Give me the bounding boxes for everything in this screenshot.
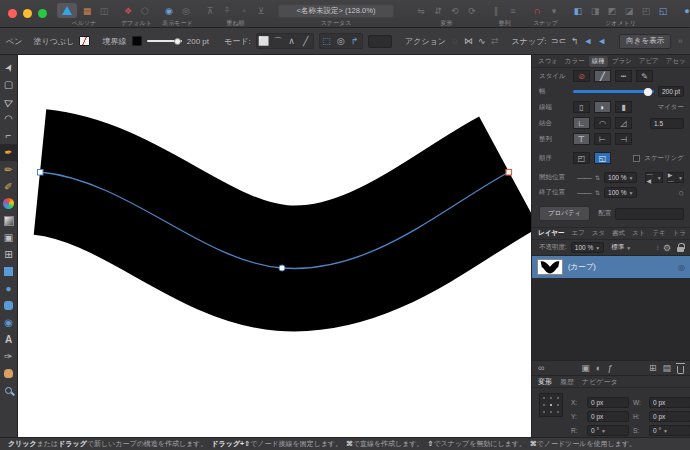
start-arrowhead-select[interactable]: —◀▼ <box>645 172 662 183</box>
tab-transform-panel[interactable]: 変形 <box>538 377 552 387</box>
export-persona-icon[interactable]: ◫ <box>97 4 111 17</box>
view-tool[interactable] <box>0 365 18 382</box>
layer-options-icon[interactable]: ⁝ <box>657 244 659 252</box>
miter-value-field[interactable]: 1.5 <box>650 118 684 129</box>
minimize-window-button[interactable] <box>23 9 32 18</box>
width-slider[interactable] <box>573 90 654 93</box>
tab-appearance[interactable]: アピア <box>636 56 662 67</box>
pen-mode-icon[interactable]: ⬜ <box>257 34 271 48</box>
place-image-tool[interactable]: ▣ <box>0 229 18 246</box>
lock-icon[interactable] <box>677 243 684 252</box>
pen-tool[interactable]: ✒ <box>0 144 18 161</box>
smooth-curve-icon[interactable]: ⋈ <box>464 34 473 48</box>
stroke-width-slider[interactable] <box>147 40 182 42</box>
fill-swatch[interactable] <box>79 36 89 46</box>
start-stepper[interactable]: ⇅ <box>595 174 600 181</box>
send-to-back-icon[interactable]: ⊻ <box>254 4 268 17</box>
shape-tool[interactable]: ◉ <box>0 314 18 331</box>
tab-transform[interactable]: トラ <box>670 228 689 239</box>
pencil-tool[interactable]: ✏ <box>0 161 18 178</box>
move-forward-icon[interactable]: ⍏ <box>220 4 234 17</box>
link-layers-icon[interactable]: ∞ <box>538 363 544 373</box>
start-size-field[interactable]: 100 %▼ <box>604 172 637 183</box>
close-curve-icon[interactable]: ◌ <box>451 34 459 48</box>
delete-layer-icon[interactable] <box>677 366 684 374</box>
cap-square-button[interactable]: ▮ <box>615 101 632 113</box>
y-field[interactable]: 0 px <box>587 411 629 422</box>
layer-row-selected[interactable]: (カーブ) ◎ <box>532 256 690 278</box>
snapping-magnet-icon[interactable]: ∩ <box>530 4 544 17</box>
layer-effects-icon[interactable]: ƒ <box>607 363 612 373</box>
insert-inside-icon[interactable]: ● <box>680 4 690 17</box>
close-window-button[interactable] <box>8 9 17 18</box>
artboard-tool[interactable]: ▢ <box>0 76 18 93</box>
tab-color[interactable]: カラー <box>562 56 588 67</box>
curve-node-middle[interactable] <box>279 265 285 271</box>
anchor-point-selector[interactable] <box>539 393 563 417</box>
end-stepper[interactable]: ⇅ <box>595 189 600 196</box>
curve-node-right-selected[interactable] <box>506 170 512 176</box>
style-none-button[interactable]: ⊘ <box>573 70 590 82</box>
rectangle-tool[interactable] <box>0 263 18 280</box>
tab-typography[interactable]: 書式 <box>609 228 628 239</box>
smart-handle-icon[interactable]: ◄ <box>597 34 606 48</box>
rubber-band-icon[interactable]: ⬚ <box>320 34 334 48</box>
tab-history-panel[interactable]: 履歴 <box>560 377 574 387</box>
ellipse-tool[interactable]: ● <box>0 280 18 297</box>
flip-vertical-icon[interactable]: ⇵ <box>431 4 445 17</box>
boolean-xor-icon[interactable]: ◪ <box>622 4 636 17</box>
new-layer-icon[interactable]: ⊞ <box>649 363 657 373</box>
align-inside-button[interactable]: ⊢ <box>594 133 611 145</box>
new-group-icon[interactable]: ▤ <box>663 363 672 373</box>
vector-view-icon[interactable]: ◉ <box>162 4 176 17</box>
designer-persona-icon[interactable] <box>57 3 77 18</box>
shear-field[interactable]: 0 °▼ <box>649 425 690 436</box>
join-bevel-button[interactable]: ◿ <box>615 117 632 129</box>
tab-stock[interactable]: スト <box>629 228 648 239</box>
color-picker-tool[interactable]: ✑ <box>0 348 18 365</box>
flip-horizontal-icon[interactable]: ⇋ <box>414 4 428 17</box>
smart-mode-icon[interactable]: ⌒ <box>271 34 285 48</box>
order-behind-button[interactable]: ◰ <box>573 152 590 164</box>
contour-tool[interactable]: ◠ <box>0 110 18 127</box>
bring-to-front-icon[interactable]: ⊼ <box>203 4 217 17</box>
text-tool[interactable]: A <box>0 331 18 348</box>
join-miter-button[interactable]: ∟ <box>573 117 590 129</box>
blend-mode-select[interactable]: 標準▼ <box>608 242 634 253</box>
transparency-tool[interactable] <box>0 212 18 229</box>
move-backward-icon[interactable]: ⍖ <box>237 4 251 17</box>
corner-tool[interactable]: ⌐ <box>0 127 18 144</box>
boolean-intersect-icon[interactable]: ◩ <box>605 4 619 17</box>
mask-layer-icon[interactable]: ▣ <box>581 363 590 373</box>
tab-brushes[interactable]: ブラシ <box>609 56 635 67</box>
preserve-selection-icon[interactable]: ↱ <box>348 34 362 48</box>
join-curves-icon[interactable]: ∿ <box>478 34 486 48</box>
cap-butt-button[interactable]: ▯ <box>573 101 590 113</box>
properties-button[interactable]: プロパティ <box>539 206 590 221</box>
cap-round-button[interactable]: ◗ <box>594 101 611 113</box>
reverse-curve-icon[interactable]: ⇄ <box>491 34 499 48</box>
curve-node-left[interactable] <box>38 170 44 176</box>
tab-styles[interactable]: スタ <box>589 228 608 239</box>
x-field[interactable]: 0 px <box>587 397 629 408</box>
rounded-rectangle-tool[interactable] <box>0 297 18 314</box>
polygon-mode-icon[interactable]: ∧ <box>285 34 299 48</box>
scale-with-object-checkbox[interactable] <box>633 155 640 162</box>
pixel-view-icon[interactable]: ◎ <box>179 4 193 17</box>
tab-navigator-panel[interactable]: ナビゲータ <box>582 377 618 387</box>
tab-stroke[interactable]: 線種 <box>589 56 608 67</box>
width-value-field[interactable]: 200 pt <box>658 86 684 97</box>
placement-field[interactable] <box>615 208 684 220</box>
boolean-subtract-icon[interactable]: ◨ <box>588 4 602 17</box>
h-field[interactable]: 0 px <box>649 411 690 422</box>
tab-text[interactable]: テキ <box>649 228 668 239</box>
profile-icon[interactable]: ❖ <box>121 4 135 17</box>
add-new-curve-icon[interactable]: ◎ <box>334 34 348 48</box>
align-outside-button[interactable]: ⊣ <box>615 133 632 145</box>
adjustment-layer-icon[interactable]: ◐ <box>596 363 601 373</box>
ribbon-stroke-shape[interactable] <box>40 172 509 269</box>
rotate-cw-icon[interactable]: ⟳ <box>465 4 479 17</box>
style-brush-button[interactable]: ✎ <box>636 70 653 82</box>
w-field[interactable]: 0 px <box>649 397 690 408</box>
gear-icon[interactable]: ⚙ <box>663 243 671 253</box>
